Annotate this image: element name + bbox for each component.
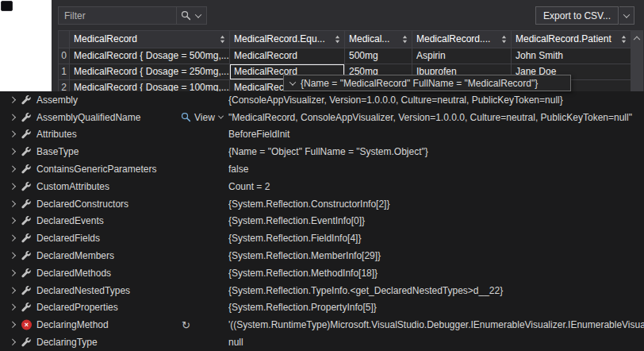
expand-chevron-icon[interactable]	[10, 338, 16, 345]
expand-chevron-icon[interactable]	[10, 96, 16, 102]
filter-input[interactable]	[59, 10, 176, 21]
sort-icon[interactable]	[501, 35, 507, 44]
member-name: DeclaredEvents	[36, 215, 104, 226]
datatip-row[interactable]: Assembly {ConsoleAppVisualizer, Version=…	[0, 91, 644, 109]
datatip-row[interactable]: BaseType {Name = "Object" FullName = "Sy…	[0, 143, 644, 160]
chevron-down-icon[interactable]	[195, 11, 201, 17]
member-name: DeclaredMethods	[36, 268, 111, 279]
property-wrench-icon	[21, 147, 32, 157]
datatip-row[interactable]: DeclaringType null	[0, 334, 644, 351]
member-value: {System.Reflection.PropertyInfo[5]}	[228, 302, 644, 313]
row-index[interactable]: 2	[59, 80, 70, 91]
datatip-row[interactable]: DeclaredConstructors {System.Reflection.…	[0, 195, 644, 213]
member-name: DeclaredConstructors	[36, 199, 128, 210]
column-header[interactable]: MedicalRecord.Patient	[512, 31, 631, 48]
magnifier-icon	[181, 112, 191, 122]
member-name: Attributes	[36, 129, 77, 140]
member-value: BeforeFieldInit	[228, 129, 644, 140]
member-name: DeclaringType	[36, 337, 98, 348]
chevron-down-icon	[623, 11, 630, 17]
property-wrench-icon	[21, 216, 32, 226]
refresh-icon[interactable]: ↻	[182, 320, 190, 330]
grid-cell[interactable]: MedicalRecord { Dosage = 500mg,...	[70, 48, 230, 64]
column-header[interactable]: MedicalRecord.Equ...	[230, 31, 345, 48]
property-wrench-icon	[21, 251, 32, 261]
sort-icon[interactable]	[335, 35, 340, 44]
search-icon[interactable]	[181, 10, 191, 21]
datatip-root-value: {Name = "MedicalRecord" FullName = "Medi…	[301, 78, 538, 89]
collapse-chevron-icon[interactable]	[289, 79, 296, 85]
datatip-row[interactable]: ContainsGenericParameters false	[0, 160, 644, 178]
sort-icon[interactable]	[402, 35, 408, 44]
expand-chevron-icon[interactable]	[10, 287, 16, 293]
datatip-row[interactable]: CustomAttributes Count = 2	[0, 178, 644, 195]
datatip-row[interactable]: × DeclaringMethod ↻ '((System.RuntimeTyp…	[0, 316, 644, 334]
grid-cell[interactable]: MedicalRecord { Dosage = 250mg,...	[70, 64, 230, 80]
search-controls[interactable]	[176, 7, 206, 24]
property-wrench-icon	[21, 285, 32, 295]
property-wrench-icon	[21, 164, 32, 175]
expand-chevron-icon[interactable]	[10, 200, 16, 206]
vertical-scrollbar[interactable]	[631, 30, 643, 91]
column-header[interactable]: MedicalRecord	[70, 31, 230, 48]
app-icon	[1, 1, 13, 11]
member-value: Count = 2	[228, 181, 644, 192]
property-wrench-icon	[21, 129, 32, 140]
column-header[interactable]: MedicalRecord....	[412, 31, 512, 48]
property-wrench-icon	[21, 199, 32, 209]
sort-icon[interactable]	[220, 35, 225, 44]
member-value: {System.Reflection.MethodInfo[18]}	[228, 268, 644, 279]
grid-cell[interactable]: Aspirin	[412, 48, 512, 64]
expand-chevron-icon[interactable]	[10, 269, 16, 276]
export-csv-button[interactable]: Export to CSV...	[535, 6, 619, 25]
member-value: '((System.RuntimeType)Microsoft.VisualSt…	[228, 319, 644, 330]
grid-header-row: MedicalRecord MedicalRecord.Equ... Medic…	[59, 31, 631, 48]
scrollbar-up-button[interactable]	[631, 30, 643, 44]
expand-chevron-icon[interactable]	[10, 183, 16, 189]
sort-icon[interactable]	[621, 35, 627, 44]
property-wrench-icon	[21, 94, 32, 105]
grid-cell[interactable]: MedicalRecord { Dosage = 100mg,...	[70, 80, 230, 91]
expand-chevron-icon[interactable]	[10, 253, 16, 259]
member-name: Assembly	[36, 94, 78, 106]
error-icon: ×	[21, 320, 32, 330]
datatip-members-panel: Assembly {ConsoleAppVisualizer, Version=…	[0, 91, 644, 351]
datatip-row[interactable]: DeclaredNestedTypes {System.Reflection.T…	[0, 282, 644, 299]
member-name: DeclaredProperties	[36, 302, 118, 313]
grid-cell[interactable]: John Smith	[512, 48, 631, 64]
expand-chevron-icon[interactable]	[10, 304, 16, 310]
grid-cell[interactable]: 500mg	[345, 48, 412, 64]
filter-search-box[interactable]	[58, 6, 207, 25]
expand-chevron-icon[interactable]	[10, 148, 16, 155]
datatip-row[interactable]: DeclaredEvents {System.Reflection.EventI…	[0, 213, 644, 230]
expand-chevron-icon[interactable]	[10, 166, 16, 172]
view-button[interactable]: View	[181, 112, 223, 123]
datatip-row[interactable]: DeclaredMethods {System.Reflection.Metho…	[0, 264, 644, 282]
expand-chevron-icon[interactable]	[10, 218, 16, 224]
expand-chevron-icon[interactable]	[10, 114, 16, 120]
export-dropdown-button[interactable]	[619, 6, 634, 25]
property-wrench-icon	[21, 268, 32, 278]
member-value: {System.Reflection.TypeInfo.<get_Declare…	[228, 285, 644, 296]
member-name: DeclaringMethod	[36, 319, 109, 330]
member-value: {System.Reflection.FieldInfo[4]}	[228, 233, 644, 244]
expand-chevron-icon[interactable]	[10, 322, 16, 328]
member-value: {System.Reflection.ConstructorInfo[2]}	[228, 199, 644, 210]
column-header[interactable]: Medical...	[345, 31, 412, 48]
row-index[interactable]: 1	[59, 64, 70, 80]
datatip-row[interactable]: AssemblyQualifiedName View "MedicalRecor…	[0, 109, 644, 126]
datatip-root-tooltip[interactable]: {Name = "MedicalRecord" FullName = "Medi…	[283, 75, 571, 91]
grid-cell[interactable]: MedicalRecord	[230, 48, 345, 64]
datatip-row[interactable]: DeclaredFields {System.Reflection.FieldI…	[0, 230, 644, 247]
datatip-row[interactable]: DeclaredProperties {System.Reflection.Pr…	[0, 299, 644, 317]
expand-chevron-icon[interactable]	[10, 131, 16, 137]
member-name: ContainsGenericParameters	[36, 164, 156, 175]
datatip-row[interactable]: Attributes BeforeFieldInit	[0, 126, 644, 144]
expand-chevron-icon[interactable]	[10, 235, 16, 241]
row-index[interactable]: 0	[59, 48, 70, 64]
property-wrench-icon	[21, 112, 32, 122]
column-header-label: MedicalRecord	[74, 32, 137, 47]
chevron-down-icon	[218, 114, 224, 119]
grid-row[interactable]: 0 MedicalRecord { Dosage = 500mg,... Med…	[59, 48, 631, 64]
datatip-row[interactable]: DeclaredMembers {System.Reflection.Membe…	[0, 247, 644, 264]
